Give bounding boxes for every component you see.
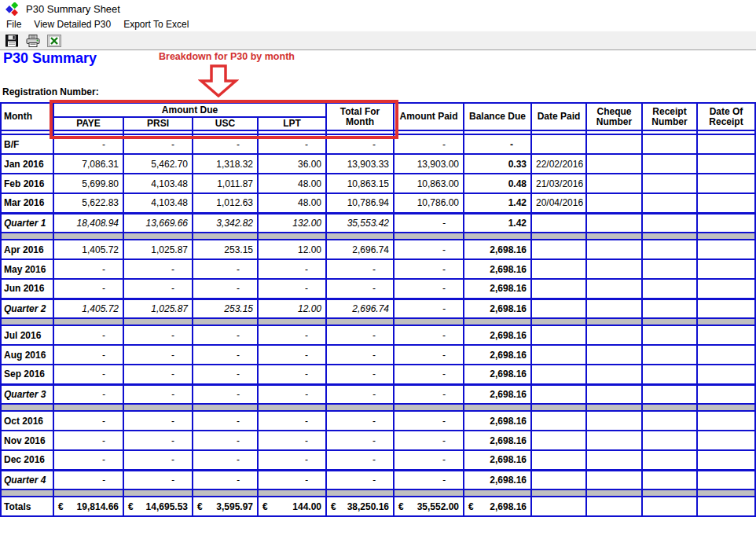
cell-receipt[interactable] (642, 193, 697, 213)
month-row: Feb 20165,699.804,103.481,011.8748.0010,… (1, 174, 755, 193)
cell-receipt[interactable] (642, 134, 697, 154)
cell-paid: - (394, 411, 464, 431)
cell-receipt[interactable] (642, 279, 697, 299)
cell-date-paid[interactable] (531, 431, 586, 450)
col-header-usc: USC (193, 117, 258, 130)
cell-date-paid[interactable] (531, 259, 586, 279)
cell-date-paid[interactable] (531, 279, 586, 299)
cell-paid: €35,552.00 (394, 497, 464, 516)
cell-date-receipt[interactable] (697, 259, 755, 279)
cell-date-paid[interactable] (531, 325, 586, 345)
col-header-lpt: LPT (258, 117, 326, 130)
cell-date-paid[interactable]: 21/03/2016 (531, 174, 586, 193)
cell-date-receipt[interactable] (697, 450, 755, 470)
cell-cheque[interactable] (586, 240, 642, 259)
cell-cheque[interactable] (586, 134, 642, 154)
menu-view-detailed-p30[interactable]: View Detailed P30 (34, 19, 111, 30)
cell-cheque[interactable] (586, 365, 642, 384)
save-button[interactable] (4, 34, 20, 48)
cell-date-paid[interactable]: 22/02/2016 (531, 154, 586, 174)
cell-usc: - (193, 470, 258, 490)
cell-date-receipt[interactable] (697, 431, 755, 450)
cell-receipt[interactable] (642, 154, 697, 174)
cell-prsi: - (123, 384, 193, 404)
separator-cell (1, 490, 53, 497)
cell-date-paid (531, 470, 586, 490)
col-header-amount-paid: Amount Paid (394, 103, 464, 130)
cell-date-receipt[interactable] (697, 365, 755, 384)
cell-date-receipt[interactable] (697, 345, 755, 365)
cell-receipt[interactable] (642, 411, 697, 431)
cell-usc: - (193, 365, 258, 384)
excel-export-button[interactable] (46, 34, 62, 48)
cell-cheque[interactable] (586, 431, 642, 450)
cell-lpt: - (258, 431, 326, 450)
menu-export-to-excel[interactable]: Export To Excel (123, 19, 189, 30)
cell-date-receipt[interactable] (697, 279, 755, 299)
cell-balance: 2,698.16 (464, 365, 531, 384)
cell-date-paid[interactable] (531, 134, 586, 154)
separator-cell (586, 404, 642, 411)
separator-cell (326, 233, 394, 240)
cell-receipt[interactable] (642, 345, 697, 365)
cell-date-receipt[interactable] (697, 411, 755, 431)
separator-cell (193, 233, 258, 240)
quarter-row: Quarter 3------2,698.16 (1, 384, 755, 404)
menu-file[interactable]: File (6, 19, 21, 30)
cell-lpt: - (258, 384, 326, 404)
col-header-month: Month (1, 103, 53, 130)
separator-cell (258, 490, 326, 497)
cell-receipt[interactable] (642, 325, 697, 345)
cell-receipt[interactable] (642, 450, 697, 470)
separator-cell (697, 233, 755, 240)
cell-date-paid[interactable] (531, 450, 586, 470)
cell-receipt[interactable] (642, 431, 697, 450)
col-header-date-of-receipt: Date Of Receipt (697, 103, 755, 130)
cell-date-receipt[interactable] (697, 193, 755, 213)
cell-cheque[interactable] (586, 174, 642, 193)
cell-cheque[interactable] (586, 345, 642, 365)
cell-cheque[interactable] (586, 279, 642, 299)
cell-total: - (326, 279, 394, 299)
cell-lpt: 48.00 (258, 193, 326, 213)
month-row: Oct 2016------2,698.16 (1, 411, 755, 431)
cell-date-receipt (697, 213, 755, 233)
cell-date-receipt[interactable] (697, 325, 755, 345)
separator-cell (394, 490, 464, 497)
cell-date-receipt[interactable] (697, 240, 755, 259)
cell-date-receipt[interactable] (697, 134, 755, 154)
cell-date-receipt[interactable] (697, 174, 755, 193)
cell-date-paid[interactable] (531, 240, 586, 259)
cell-total: 2,696.74 (326, 299, 394, 318)
cell-date-receipt[interactable] (697, 154, 755, 174)
cell-usc: 1,011.87 (193, 174, 258, 193)
cell-cheque[interactable] (586, 411, 642, 431)
cell-date-paid[interactable]: 20/04/2016 (531, 193, 586, 213)
cell-lpt: - (258, 450, 326, 470)
cell-receipt[interactable] (642, 174, 697, 193)
cell-date-paid[interactable] (531, 365, 586, 384)
cell-paid: - (394, 345, 464, 365)
cell-cheque[interactable] (586, 259, 642, 279)
menu-bar: File View Detailed P30 Export To Excel (0, 17, 756, 31)
print-button[interactable] (25, 34, 41, 48)
separator-cell (464, 404, 531, 411)
cell-paid: - (394, 279, 464, 299)
cell-receipt[interactable] (642, 259, 697, 279)
cell-lpt: - (258, 259, 326, 279)
cell-date-paid[interactable] (531, 411, 586, 431)
registration-number-label: Registration Number: (2, 86, 99, 97)
cell-prsi: 4,103.48 (123, 174, 193, 193)
cell-receipt[interactable] (642, 240, 697, 259)
col-header-total-for-month: Total For Month (326, 103, 394, 130)
cell-cheque[interactable] (586, 325, 642, 345)
cell-cheque[interactable] (586, 450, 642, 470)
cell-receipt[interactable] (642, 365, 697, 384)
cell-paye: - (53, 384, 123, 404)
row-label: Jan 2016 (1, 154, 53, 174)
cell-balance: 2,698.16 (464, 299, 531, 318)
cell-balance: €2,698.16 (464, 497, 531, 516)
cell-date-paid[interactable] (531, 345, 586, 365)
cell-cheque[interactable] (586, 193, 642, 213)
cell-cheque[interactable] (586, 154, 642, 174)
